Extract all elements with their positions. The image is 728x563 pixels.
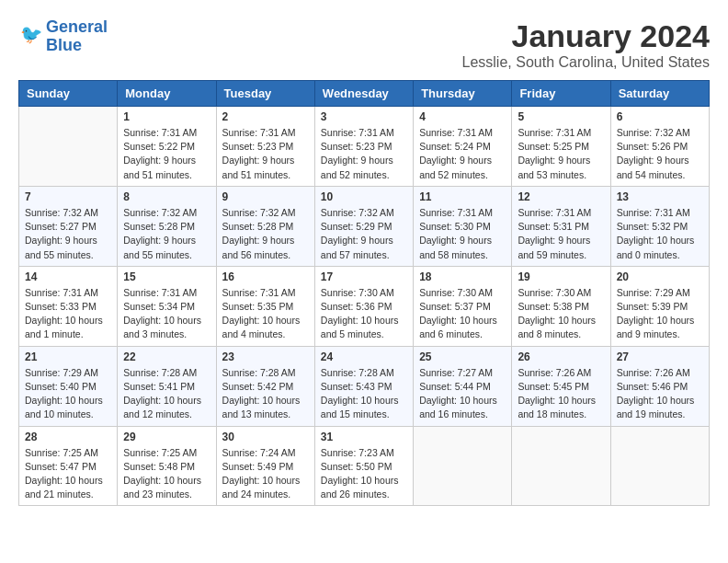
calendar-cell: 28Sunrise: 7:25 AMSunset: 5:47 PMDayligh… [19,426,118,506]
day-number: 9 [222,190,309,203]
calendar-cell: 11Sunrise: 7:31 AMSunset: 5:30 PMDayligh… [414,186,512,266]
day-number: 27 [617,350,703,363]
day-number: 10 [321,190,407,203]
day-info: Sunrise: 7:30 AMSunset: 5:38 PMDaylight:… [518,286,604,342]
day-info: Sunrise: 7:26 AMSunset: 5:46 PMDaylight:… [617,366,703,422]
day-number: 7 [25,190,111,203]
day-info: Sunrise: 7:26 AMSunset: 5:45 PMDaylight:… [518,366,604,422]
day-info: Sunrise: 7:23 AMSunset: 5:50 PMDaylight:… [321,446,407,502]
day-info: Sunrise: 7:29 AMSunset: 5:39 PMDaylight:… [617,286,703,342]
calendar-cell: 16Sunrise: 7:31 AMSunset: 5:35 PMDayligh… [216,266,314,346]
day-number: 28 [25,431,111,443]
day-number: 16 [222,270,309,283]
day-info: Sunrise: 7:28 AMSunset: 5:43 PMDaylight:… [321,366,407,422]
logo-text: General Blue [46,18,108,55]
day-header-sunday: Sunday [19,81,118,107]
calendar-cell: 18Sunrise: 7:30 AMSunset: 5:37 PMDayligh… [414,266,512,346]
day-header-thursday: Thursday [414,81,512,107]
calendar-cell [512,426,610,506]
day-number: 22 [123,350,210,363]
day-info: Sunrise: 7:24 AMSunset: 5:49 PMDaylight:… [222,446,309,502]
day-info: Sunrise: 7:31 AMSunset: 5:34 PMDaylight:… [123,286,210,342]
day-header-tuesday: Tuesday [216,81,314,107]
calendar-cell: 3Sunrise: 7:31 AMSunset: 5:23 PMDaylight… [314,107,413,187]
day-header-wednesday: Wednesday [314,81,413,107]
calendar-cell [414,426,512,506]
day-number: 11 [419,190,506,203]
logo: 🐦 General Blue [18,18,108,55]
calendar-table: SundayMondayTuesdayWednesdayThursdayFrid… [18,80,710,506]
page-header: 🐦 General Blue January 2024 Lesslie, Sou… [18,18,710,71]
calendar-cell: 15Sunrise: 7:31 AMSunset: 5:34 PMDayligh… [118,266,216,346]
calendar-cell: 30Sunrise: 7:24 AMSunset: 5:49 PMDayligh… [216,426,314,506]
day-info: Sunrise: 7:28 AMSunset: 5:41 PMDaylight:… [123,366,210,422]
day-info: Sunrise: 7:32 AMSunset: 5:29 PMDaylight:… [321,206,407,262]
day-number: 29 [123,431,210,443]
day-info: Sunrise: 7:32 AMSunset: 5:26 PMDaylight:… [617,126,703,182]
day-info: Sunrise: 7:25 AMSunset: 5:48 PMDaylight:… [123,446,210,502]
calendar-cell: 12Sunrise: 7:31 AMSunset: 5:31 PMDayligh… [512,186,610,266]
day-number: 30 [222,431,309,443]
main-title: January 2024 [462,18,710,54]
day-number: 19 [518,270,604,283]
day-info: Sunrise: 7:32 AMSunset: 5:28 PMDaylight:… [222,206,309,262]
calendar-cell: 4Sunrise: 7:31 AMSunset: 5:24 PMDaylight… [414,107,512,187]
day-info: Sunrise: 7:31 AMSunset: 5:25 PMDaylight:… [518,126,604,182]
day-info: Sunrise: 7:25 AMSunset: 5:47 PMDaylight:… [25,446,111,502]
day-number: 2 [222,110,309,123]
day-info: Sunrise: 7:31 AMSunset: 5:33 PMDaylight:… [25,286,111,342]
day-number: 25 [419,350,506,363]
day-info: Sunrise: 7:31 AMSunset: 5:31 PMDaylight:… [518,206,604,262]
day-header-friday: Friday [512,81,610,107]
day-info: Sunrise: 7:31 AMSunset: 5:24 PMDaylight:… [419,126,506,182]
day-number: 23 [222,350,309,363]
day-number: 21 [25,350,111,363]
calendar-cell: 5Sunrise: 7:31 AMSunset: 5:25 PMDaylight… [512,107,610,187]
calendar-cell [610,426,709,506]
subtitle: Lesslie, South Carolina, United States [462,54,710,71]
calendar-cell: 31Sunrise: 7:23 AMSunset: 5:50 PMDayligh… [314,426,413,506]
calendar-cell: 29Sunrise: 7:25 AMSunset: 5:48 PMDayligh… [118,426,216,506]
day-number: 17 [321,270,407,283]
calendar-cell: 24Sunrise: 7:28 AMSunset: 5:43 PMDayligh… [314,346,413,426]
calendar-cell: 9Sunrise: 7:32 AMSunset: 5:28 PMDaylight… [216,186,314,266]
calendar-cell: 14Sunrise: 7:31 AMSunset: 5:33 PMDayligh… [19,266,118,346]
calendar-cell: 25Sunrise: 7:27 AMSunset: 5:44 PMDayligh… [414,346,512,426]
calendar-cell: 17Sunrise: 7:30 AMSunset: 5:36 PMDayligh… [314,266,413,346]
calendar-cell: 8Sunrise: 7:32 AMSunset: 5:28 PMDaylight… [118,186,216,266]
calendar-cell: 27Sunrise: 7:26 AMSunset: 5:46 PMDayligh… [610,346,709,426]
logo-icon: 🐦 [20,22,46,48]
calendar-cell [19,107,118,187]
calendar-cell: 7Sunrise: 7:32 AMSunset: 5:27 PMDaylight… [19,186,118,266]
day-info: Sunrise: 7:28 AMSunset: 5:42 PMDaylight:… [222,366,309,422]
day-info: Sunrise: 7:31 AMSunset: 5:32 PMDaylight:… [617,206,703,262]
calendar-cell: 6Sunrise: 7:32 AMSunset: 5:26 PMDaylight… [610,107,709,187]
day-info: Sunrise: 7:32 AMSunset: 5:27 PMDaylight:… [25,206,111,262]
day-number: 5 [518,110,604,123]
day-info: Sunrise: 7:29 AMSunset: 5:40 PMDaylight:… [25,366,111,422]
day-info: Sunrise: 7:32 AMSunset: 5:28 PMDaylight:… [123,206,210,262]
day-info: Sunrise: 7:27 AMSunset: 5:44 PMDaylight:… [419,366,506,422]
day-header-saturday: Saturday [610,81,709,107]
day-number: 18 [419,270,506,283]
calendar-cell: 23Sunrise: 7:28 AMSunset: 5:42 PMDayligh… [216,346,314,426]
day-number: 14 [25,270,111,283]
title-block: January 2024 Lesslie, South Carolina, Un… [462,18,710,71]
day-number: 4 [419,110,506,123]
calendar-cell: 2Sunrise: 7:31 AMSunset: 5:23 PMDaylight… [216,107,314,187]
day-info: Sunrise: 7:31 AMSunset: 5:23 PMDaylight:… [222,126,309,182]
day-info: Sunrise: 7:30 AMSunset: 5:37 PMDaylight:… [419,286,506,342]
day-number: 26 [518,350,604,363]
svg-text:🐦: 🐦 [20,22,43,44]
day-number: 3 [321,110,407,123]
calendar-cell: 19Sunrise: 7:30 AMSunset: 5:38 PMDayligh… [512,266,610,346]
day-info: Sunrise: 7:31 AMSunset: 5:23 PMDaylight:… [321,126,407,182]
day-number: 12 [518,190,604,203]
calendar-cell: 1Sunrise: 7:31 AMSunset: 5:22 PMDaylight… [118,107,216,187]
day-info: Sunrise: 7:31 AMSunset: 5:22 PMDaylight:… [123,126,210,182]
day-number: 1 [123,110,210,123]
day-number: 15 [123,270,210,283]
day-number: 31 [321,431,407,443]
calendar-cell: 22Sunrise: 7:28 AMSunset: 5:41 PMDayligh… [118,346,216,426]
day-info: Sunrise: 7:30 AMSunset: 5:36 PMDaylight:… [321,286,407,342]
